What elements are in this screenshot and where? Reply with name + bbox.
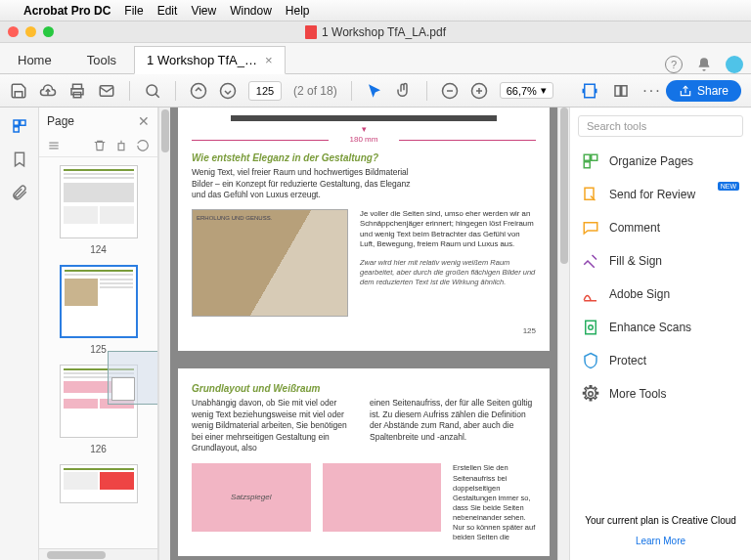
svg-rect-19 <box>20 120 24 125</box>
tool-more-tools[interactable]: More Tools <box>570 377 751 410</box>
tab-tools[interactable]: Tools <box>69 46 134 73</box>
svg-rect-25 <box>584 154 590 160</box>
primary-tabs: Home Tools 1 Workshop TfA_… × ? <box>0 43 751 74</box>
doc-heading-1: Wie entsteht Eleganz in der Gestaltung? <box>192 151 536 165</box>
zoom-out-icon[interactable] <box>441 82 459 100</box>
close-window-button[interactable] <box>8 26 19 37</box>
thumbnail-page-125[interactable] <box>60 265 138 338</box>
thumb-label-126: 126 <box>90 444 107 454</box>
page-number-input[interactable] <box>248 81 282 101</box>
doc-side-text-1: Je voller die Seiten sind, umso eher wer… <box>360 209 536 250</box>
svg-rect-14 <box>585 84 596 98</box>
tool-enhance-scans[interactable]: Enhance Scans <box>570 311 751 344</box>
tool-comment[interactable]: Comment <box>570 211 751 244</box>
pdf-file-icon <box>305 25 317 39</box>
window-title: 1 Workshop TfA_LA.pdf <box>322 25 446 39</box>
menu-view[interactable]: View <box>191 4 216 18</box>
doc-page-125: ▾ 180 mm Wie entsteht Eleganz in der Ges… <box>178 108 550 351</box>
notifications-icon[interactable] <box>696 57 712 72</box>
thumb-label-125: 125 <box>90 344 107 355</box>
tool-organize-pages[interactable]: Organize Pages <box>570 145 751 178</box>
svg-rect-20 <box>14 127 19 132</box>
save-icon[interactable] <box>10 82 27 100</box>
share-button[interactable]: Share <box>666 80 741 102</box>
pinkbox-2 <box>323 463 442 532</box>
menu-window[interactable]: Window <box>230 4 272 18</box>
pinkbox-satzspiegel: Satzspiegel <box>192 463 311 532</box>
attachments-rail-icon[interactable] <box>11 184 28 201</box>
svg-point-31 <box>589 325 594 330</box>
learn-more-link[interactable]: Learn More <box>580 536 741 546</box>
print-icon[interactable] <box>68 82 86 100</box>
menu-edit[interactable]: Edit <box>157 4 178 18</box>
tool-send-review[interactable]: NEW Send for Review <box>570 178 751 211</box>
svg-rect-15 <box>615 85 620 96</box>
close-thumbnails-button[interactable]: ✕ <box>138 113 150 129</box>
svg-rect-18 <box>14 120 19 125</box>
save-cloud-icon[interactable] <box>39 82 57 100</box>
find-icon[interactable] <box>144 82 161 100</box>
help-icon[interactable]: ? <box>665 56 683 73</box>
tool-protect[interactable]: Protect <box>570 344 751 377</box>
thumbnails-panel: Page ✕ 124 125 <box>39 108 158 560</box>
plan-label: Your current plan is Creative Cloud <box>580 515 741 526</box>
svg-rect-16 <box>622 85 627 96</box>
thumb-label-124: 124 <box>90 244 107 255</box>
zoom-level-select[interactable]: 66,7%▾ <box>500 82 553 99</box>
right-tools-panel: Search tools Organize Pages NEW Send for… <box>569 108 751 560</box>
nav-rail <box>0 108 39 560</box>
menu-help[interactable]: Help <box>286 4 310 18</box>
doc-col-right: einen Seitenaufriss, der für alle Seiten… <box>370 398 536 453</box>
undo-icon[interactable] <box>136 139 150 152</box>
tool-adobe-sign[interactable]: Adobe Sign <box>570 278 751 311</box>
fit-width-icon[interactable] <box>581 82 598 100</box>
viewer-v-scrollbar[interactable] <box>557 108 569 560</box>
thumbs-v-scrollbar[interactable] <box>158 108 170 560</box>
svg-point-8 <box>221 83 236 98</box>
page-display-icon[interactable] <box>612 82 630 100</box>
tab-home[interactable]: Home <box>0 46 69 73</box>
close-tab-button[interactable]: × <box>265 53 273 67</box>
document-viewer[interactable]: ▾ 180 mm Wie entsteht Eleganz in der Ges… <box>170 108 557 560</box>
window-titlebar: 1 Workshop TfA_LA.pdf <box>0 22 751 43</box>
document-tab-label: 1 Workshop TfA_… <box>147 53 257 67</box>
delete-page-icon[interactable] <box>93 139 107 152</box>
zoom-in-icon[interactable] <box>470 82 488 100</box>
thumbs-h-scrollbar[interactable] <box>39 548 157 560</box>
doc-side-text-2: Zwar wird hier mit relativ wenig weißem … <box>360 258 536 287</box>
drag-ghost-thumbnail <box>108 351 157 405</box>
user-avatar[interactable] <box>726 56 743 73</box>
thumbnails-rail-icon[interactable] <box>11 117 28 135</box>
bookmarks-rail-icon[interactable] <box>11 151 28 168</box>
hand-tool-icon[interactable] <box>395 82 413 100</box>
thumbnail-page-127[interactable] <box>60 464 138 503</box>
svg-rect-26 <box>592 154 597 160</box>
new-badge: NEW <box>718 182 739 191</box>
doc-col-left: Unabhängig davon, ob Sie mit viel oder w… <box>192 398 358 453</box>
select-tool-icon[interactable] <box>366 82 383 100</box>
tool-fill-sign[interactable]: Fill & Sign <box>570 244 751 278</box>
thumbnails-list[interactable]: 124 125 126 <box>39 157 157 548</box>
main-area: Page ✕ 124 125 <box>0 108 751 560</box>
page-count-label: (2 of 18) <box>293 84 337 98</box>
svg-rect-30 <box>586 321 596 334</box>
minimize-window-button[interactable] <box>25 26 36 37</box>
svg-line-6 <box>155 94 159 98</box>
menu-file[interactable]: File <box>124 4 143 18</box>
next-page-icon[interactable] <box>219 82 237 100</box>
prev-page-icon[interactable] <box>190 82 207 100</box>
svg-rect-24 <box>118 144 124 151</box>
rotate-page-icon[interactable] <box>114 139 128 152</box>
document-tab[interactable]: 1 Workshop TfA_… × <box>134 46 286 74</box>
thumbnail-page-124[interactable] <box>60 165 138 238</box>
app-name-menu[interactable]: Acrobat Pro DC <box>23 4 110 18</box>
dimension-ruler: 180 mm <box>192 135 536 146</box>
thumbnails-toolbar <box>39 135 157 157</box>
more-menu-icon[interactable]: ··· <box>643 82 661 100</box>
search-tools-input[interactable]: Search tools <box>578 115 743 137</box>
thumb-options-icon[interactable] <box>47 139 61 152</box>
email-icon[interactable] <box>98 82 115 100</box>
fullscreen-window-button[interactable] <box>43 26 54 37</box>
svg-point-5 <box>147 85 157 96</box>
doc-page-126: Grundlayout und Weißraum Unabhängig davo… <box>178 368 550 557</box>
